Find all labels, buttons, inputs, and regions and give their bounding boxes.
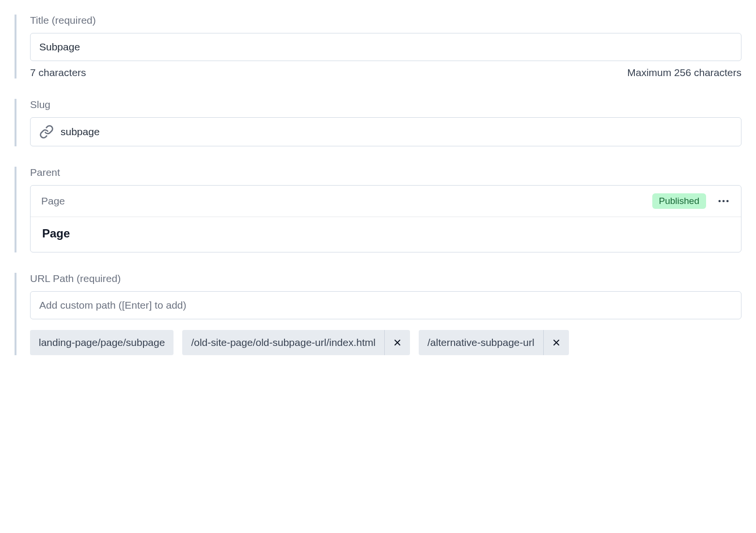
parent-reference-header[interactable]: Page Published bbox=[31, 186, 741, 217]
slug-label: Slug bbox=[30, 99, 741, 110]
slug-field-group: Slug bbox=[15, 99, 741, 146]
link-icon bbox=[39, 125, 54, 139]
url-path-chip-text: /old-site-page/old-subpage-url/index.htm… bbox=[182, 330, 384, 355]
parent-reference-title[interactable]: Page bbox=[31, 217, 741, 252]
url-path-chip: landing-page/page/subpage bbox=[30, 330, 173, 355]
parent-reference-box: Page Published Page bbox=[30, 185, 741, 252]
svg-point-1 bbox=[723, 200, 725, 203]
url-path-field-group: URL Path (required) landing-page/page/su… bbox=[15, 273, 741, 355]
url-path-label: URL Path (required) bbox=[30, 273, 741, 284]
svg-point-0 bbox=[719, 200, 721, 203]
title-label: Title (required) bbox=[30, 15, 741, 26]
title-max-hint: Maximum 256 characters bbox=[627, 67, 741, 78]
slug-input-wrap bbox=[30, 117, 741, 146]
parent-type-label: Page bbox=[41, 195, 65, 207]
url-path-chip-text: /alternative-subpage-url bbox=[419, 330, 543, 355]
title-input[interactable] bbox=[30, 33, 741, 61]
status-badge: Published bbox=[652, 193, 706, 209]
url-path-chip-text: landing-page/page/subpage bbox=[30, 330, 173, 355]
slug-input[interactable] bbox=[61, 126, 732, 138]
parent-field-group: Parent Page Published Page bbox=[15, 167, 741, 252]
svg-point-2 bbox=[726, 200, 729, 203]
kebab-menu-icon[interactable] bbox=[717, 194, 730, 208]
close-icon[interactable] bbox=[384, 330, 410, 355]
title-meta-row: 7 characters Maximum 256 characters bbox=[30, 67, 741, 78]
url-path-chip: /old-site-page/old-subpage-url/index.htm… bbox=[182, 330, 410, 355]
parent-label: Parent bbox=[30, 167, 741, 178]
url-path-input[interactable] bbox=[30, 291, 741, 319]
title-field-group: Title (required) 7 characters Maximum 25… bbox=[15, 15, 741, 78]
url-path-chip: /alternative-subpage-url bbox=[419, 330, 569, 355]
close-icon[interactable] bbox=[543, 330, 569, 355]
url-path-chips: landing-page/page/subpage/old-site-page/… bbox=[30, 330, 741, 355]
title-char-count: 7 characters bbox=[30, 67, 86, 78]
